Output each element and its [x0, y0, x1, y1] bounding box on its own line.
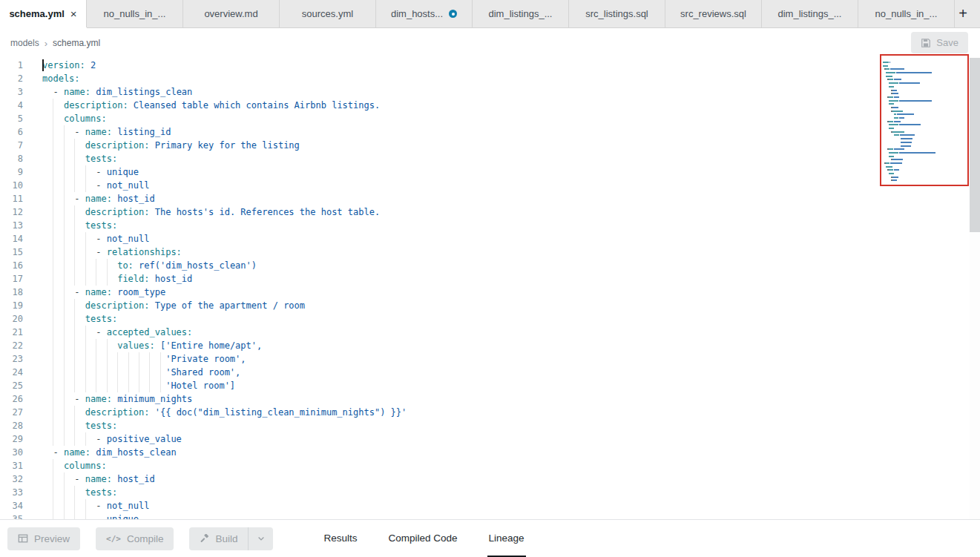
tab-label: sources.yml [302, 8, 353, 19]
minimap-line [883, 173, 969, 174]
editor-tab-no-nulls-in[interactable]: no_nulls_in_... [858, 0, 955, 27]
line-number: 35 [0, 512, 23, 519]
code-line: - unique [42, 512, 876, 519]
minimap-line [883, 65, 969, 67]
line-number: 5 [0, 112, 23, 125]
close-tab-icon[interactable]: × [70, 8, 77, 19]
compile-icon: </> [106, 534, 121, 544]
minimap-line [883, 100, 969, 102]
breadcrumb-file: schema.yml [53, 38, 100, 48]
line-number: 15 [0, 245, 23, 259]
line-number: 10 [0, 179, 23, 192]
code-line: description: The hosts's id. References … [42, 205, 876, 219]
code-line: - name: host_id [42, 472, 876, 486]
tab-label: src_reviews.sql [680, 8, 746, 19]
preview-button[interactable]: Preview [7, 527, 80, 550]
preview-label: Preview [34, 533, 70, 544]
build-label: Build [215, 533, 237, 544]
minimap-line [883, 111, 969, 112]
line-number: 9 [0, 165, 23, 179]
code-line: models: [42, 72, 876, 85]
editor-tab-overview-md[interactable]: overview.md [183, 0, 280, 27]
new-tab-button[interactable]: + [953, 4, 973, 23]
bottom-action-bar: Preview </> Compile Build ResultsCompile… [0, 519, 980, 557]
minimap-line [883, 134, 969, 136]
breadcrumb-folder[interactable]: models [10, 38, 39, 48]
minimap-line [883, 96, 969, 98]
compile-button[interactable]: </> Compile [96, 527, 174, 550]
code-line: description: Type of the apartment / roo… [42, 299, 876, 312]
minimap-line [883, 145, 969, 147]
editor-tab-src-reviews-sql[interactable]: src_reviews.sql [665, 0, 762, 27]
minimap[interactable] [880, 58, 969, 519]
breadcrumb-separator-icon: › [45, 38, 47, 49]
code-lines: version: 2models: - name: dim_listings_c… [42, 59, 876, 519]
line-number: 6 [0, 125, 23, 139]
line-number: 8 [0, 152, 23, 165]
line-number: 12 [0, 205, 23, 219]
tab-label: overview.md [204, 8, 257, 19]
editor-tab-dim-listings[interactable]: dim_listings_... [473, 0, 569, 27]
code-line: - accepted_values: [42, 326, 876, 339]
code-line: - relationships: [42, 245, 876, 259]
minimap-line [883, 162, 969, 164]
modified-indicator-icon [449, 10, 457, 18]
build-split-button: Build [189, 527, 273, 550]
editor-tab-dim-hosts[interactable]: dim_hosts... [376, 0, 473, 27]
line-number: 1 [0, 59, 23, 72]
code-line: - not_null [42, 179, 876, 192]
editor-tab-src-listings-sql[interactable]: src_listings.sql [569, 0, 665, 27]
build-button[interactable]: Build [189, 527, 248, 550]
editor-tab-sources-yml[interactable]: sources.yml [280, 0, 376, 27]
line-number: 33 [0, 486, 23, 499]
code-line: - unique [42, 165, 876, 179]
minimap-line [883, 117, 969, 119]
scrollbar-thumb[interactable] [970, 58, 980, 232]
save-button[interactable]: Save [911, 32, 968, 53]
panel-tab-results[interactable]: Results [322, 520, 358, 557]
minimap-line [883, 131, 969, 133]
code-line: description: Cleansed table which contai… [42, 99, 876, 112]
tab-label: dim_hosts... [391, 8, 443, 19]
code-line: tests: [42, 152, 876, 165]
minimap-line [883, 86, 969, 88]
line-number: 34 [0, 499, 23, 512]
code-line: - name: room_type [42, 286, 876, 299]
bottom-tabs: ResultsCompiled CodeLineage [308, 520, 539, 557]
code-line: version: 2 [42, 59, 876, 72]
code-line: 'Shared room', [42, 366, 876, 379]
line-number: 3 [0, 85, 23, 99]
line-number: 28 [0, 419, 23, 432]
code-line: description: '{{ doc("dim_listing_clean_… [42, 406, 876, 419]
gutter: 1234567891011121314151617181920212223242… [0, 59, 23, 519]
minimap-line [883, 166, 969, 168]
code-line: 'Private room', [42, 352, 876, 366]
code-line: field: host_id [42, 272, 876, 286]
line-number: 26 [0, 392, 23, 406]
minimap-line [883, 169, 969, 171]
line-number: 11 [0, 192, 23, 205]
scrollbar[interactable] [970, 58, 980, 519]
code-line: tests: [42, 312, 876, 326]
code-line: - not_null [42, 499, 876, 512]
editor-tab-schema-yml[interactable]: schema.yml× [0, 0, 87, 27]
code-line: columns: [42, 459, 876, 472]
line-number: 13 [0, 219, 23, 232]
panel-tab-compiled-code[interactable]: Compiled Code [387, 520, 458, 557]
tab-strip: schema.yml×no_nulls_in_...overview.mdsou… [0, 0, 955, 27]
minimap-line [883, 121, 969, 122]
tab-label: schema.yml [9, 8, 64, 19]
minimap-line [883, 142, 969, 143]
panel-tab-lineage[interactable]: Lineage [487, 520, 526, 557]
line-number: 17 [0, 272, 23, 286]
editor-tab-no-nulls-in[interactable]: no_nulls_in_... [87, 0, 183, 27]
line-number: 24 [0, 366, 23, 379]
editor-tab-dim-listings[interactable]: dim_listings_... [762, 0, 858, 27]
code-line: - name: minimum_nights [42, 392, 876, 406]
breadcrumb-bar: models › schema.yml Save [0, 28, 980, 58]
minimap-line [883, 156, 969, 157]
code-editor[interactable]: 1234567891011121314151617181920212223242… [0, 58, 980, 519]
chevron-down-icon [257, 534, 266, 543]
minimap-line [883, 90, 969, 91]
build-dropdown-button[interactable] [248, 527, 273, 550]
